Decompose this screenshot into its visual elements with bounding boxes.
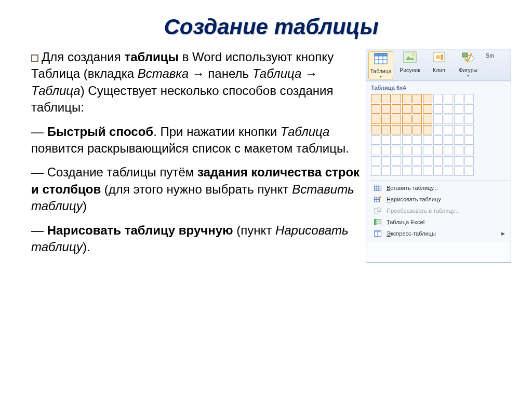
grid-cell[interactable]	[464, 125, 474, 134]
grid-cell[interactable]	[454, 167, 463, 176]
grid-cell[interactable]	[402, 115, 411, 124]
grid-cell[interactable]	[444, 94, 453, 103]
grid-cell[interactable]	[381, 125, 391, 134]
grid-cell[interactable]	[413, 167, 422, 176]
bullet-icon	[31, 54, 38, 62]
grid-cell[interactable]	[423, 146, 432, 155]
grid-cell[interactable]	[381, 167, 391, 176]
grid-cell[interactable]	[433, 125, 443, 134]
svg-point-7	[412, 53, 415, 56]
grid-cell[interactable]	[402, 146, 411, 155]
grid-cell[interactable]	[423, 125, 432, 134]
grid-cell[interactable]	[444, 167, 453, 176]
chevron-down-icon: ▾	[467, 73, 469, 78]
paragraph-1: Для создания таблицы в Word используют к…	[31, 49, 361, 116]
smartart-button[interactable]: Sm	[485, 51, 495, 79]
table-menu-list: Вставить таблицу... Нарисовать таблицу П…	[370, 180, 508, 241]
menu-express-tables[interactable]: Экспресс-таблицы ▶	[370, 228, 508, 239]
svg-point-9	[436, 55, 440, 59]
grid-cell[interactable]	[444, 104, 453, 114]
grid-cell[interactable]	[371, 156, 380, 166]
menu-insert-table[interactable]: Вставить таблицу...	[370, 182, 508, 194]
grid-cell[interactable]	[381, 146, 391, 155]
grid-cell[interactable]	[371, 115, 380, 124]
grid-cell[interactable]	[423, 135, 432, 145]
menu-draw-table[interactable]: Нарисовать таблицу	[370, 194, 508, 205]
grid-cell[interactable]	[413, 94, 422, 103]
grid-cell[interactable]	[444, 115, 453, 124]
grid-cell[interactable]	[464, 135, 474, 145]
grid-cell[interactable]	[423, 104, 432, 114]
grid-cell[interactable]	[433, 146, 443, 155]
grid-cell[interactable]	[444, 146, 453, 155]
express-tables-icon	[373, 229, 382, 238]
grid-cell[interactable]	[454, 125, 463, 134]
grid-cell[interactable]	[444, 125, 453, 134]
grid-cell[interactable]	[392, 115, 401, 124]
grid-cell[interactable]	[464, 146, 474, 155]
grid-cell[interactable]	[402, 125, 411, 134]
grid-cell[interactable]	[371, 146, 380, 155]
grid-cell[interactable]	[464, 104, 474, 114]
grid-cell[interactable]	[423, 167, 432, 176]
grid-cell[interactable]	[392, 167, 401, 176]
grid-cell[interactable]	[454, 156, 463, 166]
grid-cell[interactable]	[413, 104, 422, 114]
grid-cell[interactable]	[392, 94, 401, 103]
grid-cell[interactable]	[433, 135, 443, 145]
grid-cell[interactable]	[402, 167, 411, 176]
grid-cell[interactable]	[371, 167, 380, 176]
grid-cell[interactable]	[454, 146, 463, 155]
grid-cell[interactable]	[423, 156, 432, 166]
grid-cell[interactable]	[454, 94, 463, 103]
grid-cell[interactable]	[381, 115, 391, 124]
shapes-icon	[461, 51, 475, 66]
shapes-button[interactable]: Фигуры ▾	[456, 51, 481, 79]
grid-cell[interactable]	[402, 94, 411, 103]
grid-cell[interactable]	[413, 156, 422, 166]
table-size-grid[interactable]	[371, 94, 474, 176]
grid-cell[interactable]	[464, 94, 474, 103]
grid-cell[interactable]	[392, 156, 401, 166]
grid-cell[interactable]	[413, 115, 422, 124]
grid-cell[interactable]	[444, 156, 453, 166]
grid-cell[interactable]	[371, 104, 380, 114]
clip-button[interactable]: Клип	[427, 51, 451, 79]
grid-cell[interactable]	[381, 94, 391, 103]
grid-cell[interactable]	[371, 135, 380, 145]
grid-cell[interactable]	[392, 135, 401, 145]
grid-cell[interactable]	[392, 104, 401, 114]
grid-cell[interactable]	[392, 125, 401, 134]
grid-cell[interactable]	[464, 167, 474, 176]
grid-cell[interactable]	[454, 115, 463, 124]
grid-cell[interactable]	[454, 135, 463, 145]
grid-cell[interactable]	[402, 156, 411, 166]
grid-cell[interactable]	[371, 125, 380, 134]
grid-cell[interactable]	[433, 115, 443, 124]
grid-cell[interactable]	[433, 94, 443, 103]
grid-cell[interactable]	[464, 156, 474, 166]
grid-cell[interactable]	[433, 104, 443, 114]
paragraph-4: — Нарисовать таблицу вручную (пункт Нари…	[31, 222, 361, 256]
grid-cell[interactable]	[392, 146, 401, 155]
grid-cell[interactable]	[402, 135, 411, 145]
grid-cell[interactable]	[433, 167, 443, 176]
table-button[interactable]: Таблица ▾	[368, 51, 393, 79]
picture-button[interactable]: Рисунок	[397, 51, 422, 79]
grid-cell[interactable]	[423, 94, 432, 103]
grid-cell[interactable]	[381, 156, 391, 166]
grid-cell[interactable]	[402, 104, 411, 114]
grid-cell[interactable]	[433, 156, 443, 166]
grid-cell[interactable]	[371, 94, 380, 103]
grid-cell[interactable]	[413, 135, 422, 145]
grid-cell[interactable]	[454, 104, 463, 114]
grid-cell[interactable]	[381, 104, 391, 114]
grid-cell[interactable]	[381, 135, 391, 145]
grid-cell[interactable]	[423, 115, 432, 124]
menu-excel-table[interactable]: Таблица Excel	[370, 216, 508, 228]
grid-cell[interactable]	[413, 146, 422, 155]
grid-cell[interactable]	[413, 125, 422, 134]
grid-cell[interactable]	[464, 115, 474, 124]
grid-cell[interactable]	[444, 135, 453, 145]
svg-rect-25	[375, 219, 377, 225]
